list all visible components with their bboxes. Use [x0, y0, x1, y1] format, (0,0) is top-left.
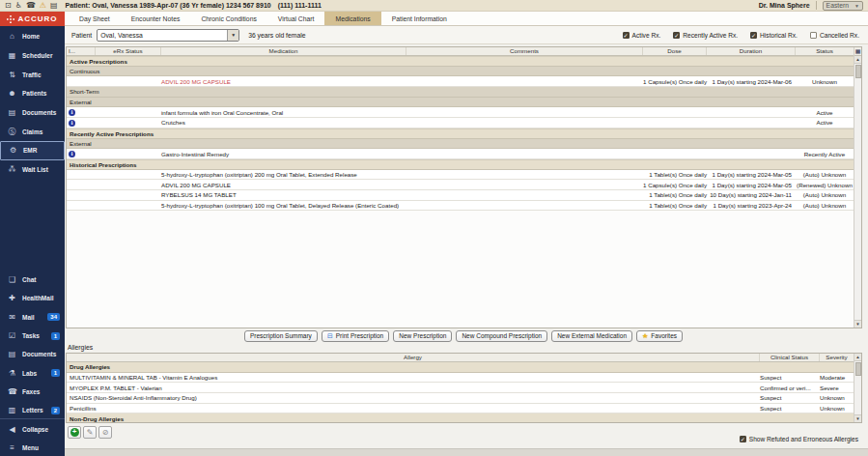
- chevron-down-icon[interactable]: ▼: [227, 30, 238, 41]
- title-bar: ⊡♿☎⚠▤ Patient: Oval, Vanessa 1989-Apr-07…: [0, 0, 868, 12]
- duration-cell: 1 Day(s) starting 2024-Mar-05: [707, 171, 796, 178]
- allergies-table: AllergyClinical StatusSeverity Drug Alle…: [66, 353, 862, 423]
- checkbox-active-rx[interactable]: ✓: [623, 32, 630, 39]
- scroll-down-icon[interactable]: ▼: [854, 414, 862, 422]
- prescription-summary-button[interactable]: Prescription Summary: [244, 330, 318, 342]
- allergy-row[interactable]: PenicillinsSuspectUnknown: [67, 404, 854, 414]
- severity-cell: Severe: [820, 385, 854, 391]
- add-icon: +: [70, 428, 79, 437]
- accessibility-icon[interactable]: ♿: [15, 1, 22, 11]
- sidebar-item-label: Patients: [22, 90, 46, 97]
- new-prescription-button[interactable]: New Prescription: [393, 330, 452, 342]
- allergy-row[interactable]: NSAIDS (Non-Steroidal Anti-Inflammatory …: [67, 393, 854, 404]
- sidebar-item-menu[interactable]: ≡Menu: [0, 439, 65, 456]
- sidebar-item-labs[interactable]: ⚗Labs1: [0, 363, 65, 382]
- block-allergy-button[interactable]: ⊘: [98, 426, 112, 439]
- sidebar-item-label: Chat: [22, 276, 36, 283]
- allergies-scrollbar[interactable]: ▲ ▼: [854, 354, 861, 422]
- medication-row[interactable]: RYBELSUS 14 MG TABLET1 Tablet(s) Once da…: [67, 190, 854, 201]
- count-badge: 34: [47, 313, 60, 321]
- sidebar-item-healthmail[interactable]: ✚HealthMail: [0, 289, 65, 307]
- medication-row[interactable]: iGastro-Intestinal RemedyRecently Active: [67, 149, 854, 159]
- table-settings-icon[interactable]: ▦: [854, 47, 862, 56]
- sidebar-item-wait-list[interactable]: ⁂Wait List: [0, 160, 65, 180]
- show-refuted-filter[interactable]: ✓ Show Refuted and Erroneous Allergies: [740, 436, 858, 442]
- tab-medications[interactable]: Medications: [324, 12, 380, 25]
- checkbox-historical-rx[interactable]: ✓: [750, 32, 757, 39]
- count-badge: 1: [51, 332, 60, 340]
- filter-historical-rx[interactable]: ✓Historical Rx.: [750, 32, 798, 39]
- filter-recently-active-rx[interactable]: ✓Recently Active Rx.: [673, 32, 738, 39]
- sidebar-item-patients[interactable]: ☻Patients: [0, 84, 65, 103]
- add-allergy-button[interactable]: +: [68, 426, 81, 439]
- allergy-row[interactable]: MYOPLEX P.M. TABLET - ValerianConfirmed …: [67, 383, 854, 393]
- info-icon[interactable]: i: [69, 109, 75, 116]
- severity-cell: Unknown: [820, 394, 854, 401]
- info-icon[interactable]: i: [69, 151, 75, 157]
- checkbox-recently-active-rx[interactable]: ✓: [673, 32, 680, 39]
- edit-allergy-button[interactable]: ✎: [83, 426, 97, 439]
- edit-icon: ✎: [87, 428, 94, 437]
- new-external-medication-button[interactable]: New External Medication: [551, 330, 632, 342]
- patient-combobox[interactable]: Oval, Vanessa ▼: [97, 29, 239, 42]
- filter-label: Historical Rx.: [760, 32, 798, 39]
- traffic-icon: ⇅: [8, 71, 16, 79]
- scroll-down-icon[interactable]: ▼: [854, 320, 862, 328]
- medication-row[interactable]: 5-hydroxy-L-tryptophan (oxitriptan) 100 …: [67, 201, 854, 212]
- filter-active-rx[interactable]: ✓Active Rx.: [623, 32, 661, 39]
- document-icon[interactable]: ▤: [50, 1, 58, 11]
- chat-icon: ❏: [8, 275, 16, 284]
- scroll-up-icon[interactable]: ▲: [854, 354, 862, 361]
- medications-scrollbar[interactable]: ▦ ▲ ▼: [854, 47, 861, 328]
- sidebar-item-emr[interactable]: ⚙EMR: [0, 141, 65, 160]
- sidebar-item-documents[interactable]: ▤Documents: [0, 345, 65, 363]
- sidebar-item-faxes[interactable]: ☎Faxes: [0, 383, 65, 401]
- sidebar-item-collapse[interactable]: ◀Collapse: [0, 420, 65, 439]
- tab-chronic-conditions[interactable]: Chronic Conditions: [190, 12, 266, 25]
- home-icon: ⌂: [8, 32, 16, 41]
- info-cell: i: [67, 108, 96, 116]
- accuro-emr-window: ⊡♿☎⚠▤ Patient: Oval, Vanessa 1989-Apr-07…: [0, 0, 868, 456]
- column-header-erx-status: eRx Status: [96, 47, 161, 55]
- sidebar-item-claims[interactable]: ⓈClaims: [0, 122, 65, 141]
- alert-icon[interactable]: ⚠: [40, 1, 46, 11]
- timezone-select[interactable]: Eastern ▼: [823, 1, 863, 11]
- sidebar-item-letters[interactable]: ▥Letters2: [0, 401, 65, 419]
- sidebar-item-traffic[interactable]: ⇅Traffic: [0, 65, 65, 84]
- medication-name: infant formula with iron Oral Concentrat…: [161, 109, 283, 116]
- scrollbar-thumb[interactable]: [855, 65, 861, 78]
- window-icon[interactable]: ⊡: [5, 1, 12, 11]
- tab-encounter-notes[interactable]: Encounter Notes: [121, 12, 191, 25]
- scroll-up-icon[interactable]: ▲: [854, 56, 862, 64]
- sidebar-item-scheduler[interactable]: ▦Scheduler: [0, 46, 65, 66]
- new-compound-prescription-button[interactable]: New Compound Prescription: [456, 330, 547, 342]
- medication-row[interactable]: iCrutchesActive: [67, 118, 854, 128]
- dose-cell: 1 Tablet(s) Once daily: [643, 191, 707, 198]
- medication-row[interactable]: 5-hydroxy-L-tryptophan (oxitriptan) 200 …: [67, 170, 854, 181]
- medication-row[interactable]: iinfant formula with iron Oral Concentra…: [67, 107, 854, 118]
- tab-patient-information[interactable]: Patient Information: [381, 12, 458, 25]
- sidebar-item-documents[interactable]: ▤Documents: [0, 103, 65, 123]
- show-refuted-checkbox[interactable]: ✓: [740, 436, 746, 442]
- button-label: Print Prescription: [336, 332, 384, 339]
- sidebar-item-label: Letters: [22, 407, 43, 413]
- favorites-button[interactable]: ★Favorites: [636, 330, 683, 342]
- sidebar-item-chat[interactable]: ❏Chat: [0, 271, 65, 289]
- info-icon[interactable]: i: [69, 120, 75, 127]
- call-icon[interactable]: ☎: [26, 1, 36, 11]
- clinical-status-cell: Suspect: [760, 394, 820, 401]
- allergy-row[interactable]: MULTIVITAMIN & MINERAL TAB - Vitamin E A…: [67, 373, 854, 384]
- scrollbar-thumb[interactable]: [855, 362, 861, 376]
- tab-day-sheet[interactable]: Day Sheet: [69, 12, 121, 25]
- tab-virtual-chart[interactable]: Virtual Chart: [267, 12, 325, 25]
- patient-phone: (111) 111-1111: [278, 2, 322, 9]
- sidebar-item-tasks[interactable]: ☑Tasks1: [0, 327, 65, 345]
- medication-row[interactable]: ADVIL 200 MG CAPSULE1 Capsule(s) Once da…: [67, 180, 854, 190]
- filter-cancelled-rx[interactable]: Cancelled Rx.: [810, 32, 859, 39]
- checkbox-cancelled-rx[interactable]: [810, 32, 817, 39]
- sidebar-item-mail[interactable]: ✉Mail34: [0, 308, 65, 327]
- sidebar-item-home[interactable]: ⌂Home: [0, 27, 65, 46]
- medication-row[interactable]: ADVIL 200 MG CAPSULE1 Capsule(s) Once da…: [67, 76, 854, 87]
- print-prescription-button[interactable]: ⊟Print Prescription: [322, 330, 389, 342]
- patient-combobox-value: Oval, Vanessa: [98, 32, 227, 39]
